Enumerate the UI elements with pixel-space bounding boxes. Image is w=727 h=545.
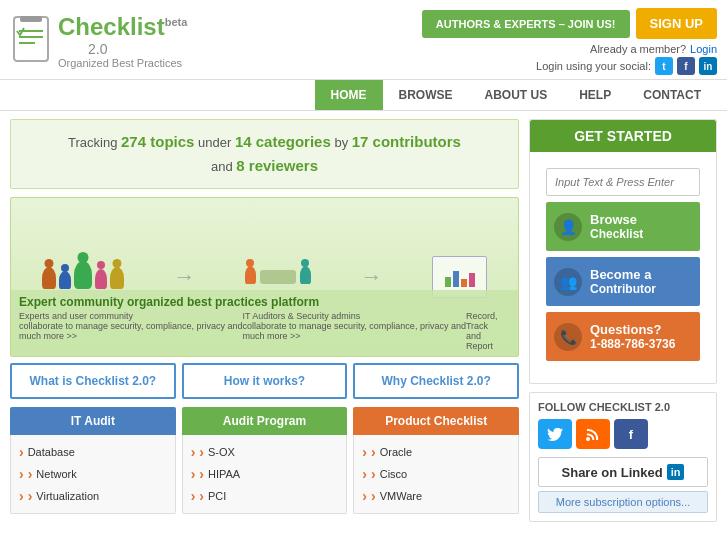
- linkedin-social-icon[interactable]: in: [699, 57, 717, 75]
- list-item: ›Cisco: [362, 463, 510, 485]
- list-item: ›S-OX: [191, 441, 339, 463]
- it-audit-card: IT Audit Database ›Network ›Virtualizati…: [10, 407, 176, 514]
- main-content: Tracking 274 topics under 14 categories …: [0, 111, 727, 536]
- logo-tagline: Organized Best Practices: [58, 57, 187, 69]
- logo-version: 2.0: [88, 41, 187, 57]
- social-login-text: Login using your social:: [536, 60, 651, 72]
- nav-about[interactable]: ABOUT US: [469, 80, 564, 110]
- authors-button[interactable]: AUTHORS & EXPERTS – JOIN US!: [422, 10, 630, 38]
- member-area: Already a member? Login: [590, 43, 717, 55]
- tracking-middle: under: [198, 135, 235, 150]
- twitter-social-icon[interactable]: t: [655, 57, 673, 75]
- get-started-title: GET STARTED: [530, 120, 716, 152]
- social-login-area: Login using your social: t f in: [536, 57, 717, 75]
- sidebar: GET STARTED 👤 Browse Checklist 👥 Become …: [529, 119, 717, 528]
- browse-line1: Browse: [590, 212, 643, 227]
- logo-beta: beta: [165, 16, 188, 28]
- contributor-button[interactable]: 👥 Become a Contributor: [546, 257, 700, 306]
- why-button[interactable]: Why Checklist 2.0?: [353, 363, 519, 399]
- logo-text-area: Checklistbeta 2.0 Organized Best Practic…: [58, 14, 187, 68]
- questions-button[interactable]: 📞 Questions? 1-888-786-3736: [546, 312, 700, 361]
- facebook-follow-icon[interactable]: f: [614, 419, 648, 449]
- hero-overlay: Expert community organized best practice…: [11, 290, 518, 356]
- product-checklist-card: Product Checklist ›Oracle ›Cisco ›VMWare: [353, 407, 519, 514]
- member-text: Already a member?: [590, 43, 686, 55]
- info-buttons-row: What is Checklist 2.0? How it works? Why…: [10, 363, 519, 399]
- login-link[interactable]: Login: [690, 43, 717, 55]
- linkedin-in-badge: in: [667, 464, 685, 480]
- follow-icons: f: [538, 419, 708, 449]
- more-subscription-button[interactable]: More subscription options...: [538, 491, 708, 513]
- it-audit-body: Database ›Network ›Virtualization: [10, 435, 176, 514]
- product-checklist-body: ›Oracle ›Cisco ›VMWare: [353, 435, 519, 514]
- nav-items: HOME BROWSE ABOUT US HELP CONTACT: [315, 80, 717, 110]
- list-item: ›Network: [19, 463, 167, 485]
- twitter-follow-icon[interactable]: [538, 419, 572, 449]
- contributor-line1: Become a: [590, 267, 656, 282]
- hero-arrow-1: →: [169, 264, 199, 290]
- navigation: HOME BROWSE ABOUT US HELP CONTACT: [0, 79, 727, 111]
- list-item: ›Oracle: [362, 441, 510, 463]
- linkedin-share-button[interactable]: Share on Linked in: [538, 457, 708, 487]
- tracking-prefix: Tracking: [68, 135, 117, 150]
- hero-sub-3: Record, Trackand Report: [466, 311, 510, 351]
- search-input[interactable]: [546, 168, 700, 196]
- tracking-topics: 274 topics: [121, 133, 194, 150]
- follow-section: FOLLOW CHECKLIST 2.0 f Share on Linked i…: [529, 392, 717, 522]
- how-works-button[interactable]: How it works?: [182, 363, 348, 399]
- logo-icon: [10, 15, 52, 67]
- header-right: AUTHORS & EXPERTS – JOIN US! SIGN UP Alr…: [422, 8, 717, 75]
- signup-button[interactable]: SIGN UP: [636, 8, 717, 39]
- linkedin-text: Share on Linked: [562, 465, 663, 480]
- tracking-categories: 14 categories: [235, 133, 331, 150]
- contributor-icon: 👥: [554, 268, 582, 296]
- tracking-bar: Tracking 274 topics under 14 categories …: [10, 119, 519, 189]
- logo-area: Checklistbeta 2.0 Organized Best Practic…: [10, 14, 187, 68]
- audit-program-body: ›S-OX ›HIPAA ›PCI: [182, 435, 348, 514]
- get-started-panel: GET STARTED 👤 Browse Checklist 👥 Become …: [529, 119, 717, 384]
- phone-icon: 📞: [554, 323, 582, 351]
- hero-arrow-2: →: [357, 264, 387, 290]
- browse-icon: 👤: [554, 213, 582, 241]
- hero-scene: → →: [10, 197, 519, 357]
- it-audit-header: IT Audit: [10, 407, 176, 435]
- list-item: ›PCI: [191, 485, 339, 507]
- category-cards: IT Audit Database ›Network ›Virtualizati…: [10, 407, 519, 514]
- questions-line2: 1-888-786-3736: [590, 337, 675, 351]
- what-is-button[interactable]: What is Checklist 2.0?: [10, 363, 176, 399]
- rss-follow-icon[interactable]: [576, 419, 610, 449]
- audit-program-header: Audit Program: [182, 407, 348, 435]
- facebook-social-icon[interactable]: f: [677, 57, 695, 75]
- browse-line2: Checklist: [590, 227, 643, 241]
- tracking-and: and: [211, 159, 233, 174]
- svg-rect-1: [20, 16, 42, 22]
- tracking-reviewers: 8 reviewers: [236, 157, 318, 174]
- list-item: ›Virtualization: [19, 485, 167, 507]
- follow-title: FOLLOW CHECKLIST 2.0: [538, 401, 708, 413]
- tracking-contributors: 17 contributors: [352, 133, 461, 150]
- contributor-text: Become a Contributor: [590, 267, 656, 296]
- hero-table-group: [245, 266, 311, 288]
- hero-people-group: [42, 261, 124, 293]
- page-header: Checklistbeta 2.0 Organized Best Practic…: [0, 0, 727, 75]
- hero-sub-1: Experts and user communitycollaborate to…: [19, 311, 242, 351]
- svg-rect-0: [14, 17, 48, 61]
- questions-line1: Questions?: [590, 322, 675, 337]
- nav-browse[interactable]: BROWSE: [383, 80, 469, 110]
- nav-home[interactable]: HOME: [315, 80, 383, 110]
- hero-sub-2: IT Auditors & Security adminscollaborate…: [242, 311, 465, 351]
- audit-program-card: Audit Program ›S-OX ›HIPAA ›PCI: [182, 407, 348, 514]
- browse-checklist-button[interactable]: 👤 Browse Checklist: [546, 202, 700, 251]
- hero-main-text: Expert community organized best practice…: [19, 295, 510, 309]
- product-checklist-header: Product Checklist: [353, 407, 519, 435]
- nav-contact[interactable]: CONTACT: [627, 80, 717, 110]
- browse-text: Browse Checklist: [590, 212, 643, 241]
- tracking-by: by: [334, 135, 351, 150]
- header-actions: AUTHORS & EXPERTS – JOIN US! SIGN UP: [422, 8, 717, 39]
- list-item: ›VMWare: [362, 485, 510, 507]
- nav-help[interactable]: HELP: [563, 80, 627, 110]
- content-area: Tracking 274 topics under 14 categories …: [10, 119, 529, 528]
- contributor-line2: Contributor: [590, 282, 656, 296]
- list-item: ›HIPAA: [191, 463, 339, 485]
- logo-name: Checklist: [58, 13, 165, 40]
